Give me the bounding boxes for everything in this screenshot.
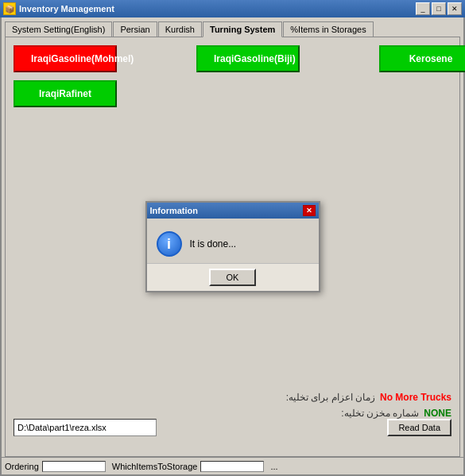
which-items-label: WhichItemsToStorage — [112, 462, 198, 471]
dialog-overlay: Information ✕ i It is done... OK — [6, 37, 459, 456]
which-items-status: WhichItemsToStorage — [112, 461, 265, 472]
tab-persian[interactable]: Persian — [113, 21, 157, 37]
info-icon: i — [157, 231, 182, 257]
dialog-ok-button[interactable]: OK — [209, 269, 257, 286]
maximize-button[interactable]: □ — [432, 2, 446, 15]
ordering-status: Ordering — [5, 461, 106, 472]
title-bar-left: 📦 Inventory Management — [3, 2, 114, 15]
tab-content: IraqiGasoline(Mohmel) IraqiGasoline(Biji… — [5, 37, 460, 457]
tab-kurdish[interactable]: Kurdish — [158, 21, 202, 37]
main-window: System Setting(English) Persian Kurdish … — [0, 17, 465, 476]
title-bar: 📦 Inventory Management _ □ ✕ — [0, 0, 465, 17]
tabs-bar: System Setting(English) Persian Kurdish … — [2, 17, 463, 37]
tab-turning-system[interactable]: Turning System — [203, 21, 282, 37]
dialog-title-bar: Information ✕ — [147, 203, 319, 219]
which-items-progress — [200, 461, 264, 472]
tab-system-setting[interactable]: System Setting(English) — [5, 21, 112, 37]
tab-items-in-storages[interactable]: %Items in Storages — [283, 21, 373, 37]
status-dots: ... — [270, 462, 277, 471]
minimize-button[interactable]: _ — [416, 2, 430, 15]
information-dialog: Information ✕ i It is done... OK — [145, 201, 320, 292]
ordering-progress — [42, 461, 106, 472]
dialog-message: It is done... — [190, 238, 237, 250]
dialog-body: i It is done... — [147, 219, 319, 263]
app-icon: 📦 — [3, 2, 16, 15]
dialog-title-text: Information — [150, 206, 199, 215]
dialog-footer: OK — [147, 263, 319, 291]
close-window-button[interactable]: ✕ — [448, 2, 462, 15]
dialog-close-button[interactable]: ✕ — [303, 205, 316, 216]
ordering-label: Ordering — [5, 462, 39, 471]
app-title: Inventory Management — [19, 4, 114, 14]
title-bar-controls: _ □ ✕ — [416, 2, 462, 15]
status-bar: Ordering WhichItemsToStorage ... — [2, 457, 463, 474]
